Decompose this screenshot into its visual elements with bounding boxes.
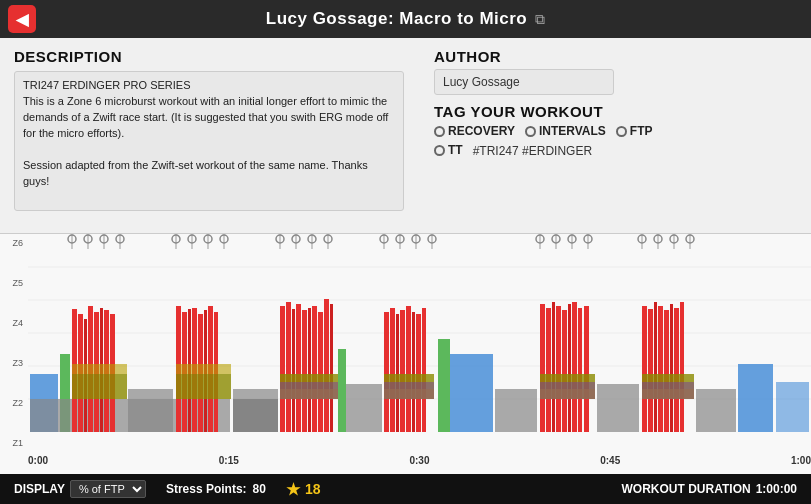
author-label: AUTHOR: [434, 48, 797, 65]
svg-rect-31: [280, 306, 285, 432]
svg-rect-74: [648, 309, 653, 432]
svg-rect-44: [342, 384, 382, 432]
tag-block: TAG YOUR WORKOUT RECOVERY INTERVALS FTP: [434, 103, 797, 162]
author-name: Lucy Gossage: [434, 69, 614, 95]
tag-tt[interactable]: TT: [434, 143, 463, 157]
stress-points-label: Stress Points:: [166, 482, 247, 496]
hashtag-text: #TRI247 #ERDINGER: [473, 144, 592, 158]
workout-duration-section: WORKOUT DURATION 1:00:00: [622, 482, 797, 496]
svg-rect-76: [658, 306, 663, 432]
y-axis: Z6 Z5 Z4 Z3 Z2 Z1: [0, 234, 28, 452]
description-box: TRI247 ERDINGER PRO SERIES This is a Zon…: [14, 71, 404, 211]
svg-rect-47: [390, 308, 395, 432]
svg-rect-65: [568, 304, 571, 432]
y-label-z1: Z1: [2, 438, 26, 448]
svg-rect-63: [556, 306, 561, 432]
svg-rect-68: [584, 306, 589, 432]
svg-rect-18: [128, 389, 173, 432]
svg-rect-83: [642, 382, 694, 399]
svg-rect-77: [664, 310, 669, 432]
radio-intervals: [525, 126, 536, 137]
svg-rect-35: [302, 310, 307, 432]
workout-duration-label: WORKOUT DURATION: [622, 482, 751, 496]
svg-rect-66: [572, 302, 577, 432]
display-select[interactable]: % of FTP Watts Pace: [70, 480, 146, 498]
tag-intervals[interactable]: INTERVALS: [525, 124, 606, 138]
svg-rect-37: [312, 306, 317, 432]
stress-points-section: Stress Points: 80: [166, 482, 266, 496]
svg-rect-27: [176, 374, 231, 399]
svg-rect-45: [338, 349, 346, 432]
display-label: DISPLAY: [14, 482, 65, 496]
x-label-45: 0:45: [600, 455, 620, 471]
right-block: AUTHOR Lucy Gossage TAG YOUR WORKOUT REC…: [434, 48, 797, 227]
author-block: AUTHOR Lucy Gossage: [434, 48, 797, 95]
svg-rect-71: [540, 382, 595, 399]
bottom-toolbar: DISPLAY % of FTP Watts Pace Stress Point…: [0, 474, 811, 504]
svg-rect-40: [330, 304, 333, 432]
svg-rect-43: [280, 382, 340, 399]
x-label-15: 0:15: [219, 455, 239, 471]
workout-chart: [28, 234, 811, 434]
svg-rect-56: [384, 382, 434, 399]
chart-section: Z6 Z5 Z4 Z3 Z2 Z1: [0, 233, 811, 474]
svg-rect-86: [776, 382, 809, 432]
svg-rect-67: [578, 308, 582, 432]
svg-rect-73: [642, 306, 647, 432]
svg-rect-39: [324, 299, 329, 432]
svg-rect-28: [176, 364, 231, 374]
svg-rect-59: [495, 389, 537, 432]
svg-rect-78: [670, 304, 673, 432]
radio-recovery: [434, 126, 445, 137]
y-label-z6: Z6: [2, 238, 26, 248]
description-text: TRI247 ERDINGER PRO SERIES This is a Zon…: [23, 79, 388, 187]
svg-rect-72: [597, 384, 639, 432]
description-block: DESCRIPTION TRI247 ERDINGER PRO SERIES T…: [14, 48, 404, 227]
rating-value: 18: [305, 481, 321, 497]
back-button[interactable]: ◀: [8, 5, 36, 33]
svg-rect-36: [308, 308, 311, 432]
svg-rect-53: [422, 308, 426, 432]
back-icon: ◀: [16, 10, 28, 29]
svg-rect-30: [233, 399, 278, 432]
svg-rect-80: [680, 302, 684, 432]
tag-recovery[interactable]: RECOVERY: [434, 124, 515, 138]
svg-rect-46: [384, 312, 389, 432]
x-label-0: 0:00: [28, 455, 48, 471]
header-title: Lucy Gossage: Macro to Micro: [266, 9, 528, 29]
star-icon[interactable]: ★: [286, 480, 300, 499]
rating-section: ★ 18: [286, 480, 321, 499]
tag-row-1: RECOVERY INTERVALS FTP: [434, 124, 797, 138]
radio-ftp: [616, 126, 627, 137]
display-section: DISPLAY % of FTP Watts Pace: [14, 480, 146, 498]
svg-rect-58: [438, 339, 450, 432]
svg-rect-48: [396, 314, 399, 432]
description-label: DESCRIPTION: [14, 48, 404, 65]
stress-points-value: 80: [253, 482, 266, 496]
svg-rect-75: [654, 302, 657, 432]
svg-rect-16: [72, 374, 127, 399]
y-label-z4: Z4: [2, 318, 26, 328]
x-axis: 0:00 0:15 0:30 0:45 1:00: [28, 452, 811, 474]
svg-rect-61: [546, 308, 551, 432]
workout-duration-value: 1:00:00: [756, 482, 797, 496]
svg-rect-50: [406, 306, 411, 432]
svg-rect-84: [696, 389, 736, 432]
svg-rect-17: [72, 364, 127, 374]
svg-rect-85: [738, 364, 773, 432]
y-label-z2: Z2: [2, 398, 26, 408]
main-content: DESCRIPTION TRI247 ERDINGER PRO SERIES T…: [0, 38, 811, 504]
svg-rect-62: [552, 302, 555, 432]
svg-rect-34: [296, 304, 301, 432]
info-section: DESCRIPTION TRI247 ERDINGER PRO SERIES T…: [0, 38, 811, 233]
svg-rect-32: [286, 302, 291, 432]
svg-rect-64: [562, 310, 567, 432]
external-link-icon[interactable]: ⧉: [535, 11, 545, 28]
svg-rect-49: [400, 310, 405, 432]
x-label-30: 0:30: [409, 455, 429, 471]
tag-ftp[interactable]: FTP: [616, 124, 653, 138]
svg-rect-51: [412, 312, 415, 432]
header: ◀ Lucy Gossage: Macro to Micro ⧉: [0, 0, 811, 38]
svg-rect-38: [318, 312, 323, 432]
y-label-z3: Z3: [2, 358, 26, 368]
